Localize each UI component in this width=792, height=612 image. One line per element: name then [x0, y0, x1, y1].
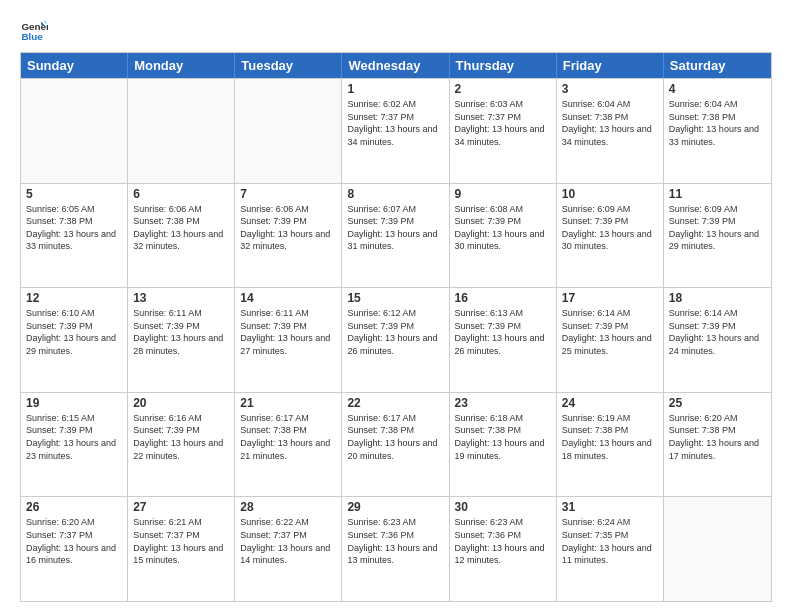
day-info: Sunrise: 6:23 AM Sunset: 7:36 PM Dayligh…: [347, 516, 443, 566]
calendar-cell-day-2: 2Sunrise: 6:03 AM Sunset: 7:37 PM Daylig…: [450, 79, 557, 183]
day-number: 19: [26, 396, 122, 410]
calendar-row-3: 12Sunrise: 6:10 AM Sunset: 7:39 PM Dayli…: [21, 287, 771, 392]
day-number: 30: [455, 500, 551, 514]
day-info: Sunrise: 6:03 AM Sunset: 7:37 PM Dayligh…: [455, 98, 551, 148]
day-number: 12: [26, 291, 122, 305]
calendar-cell-empty: [664, 497, 771, 601]
day-number: 4: [669, 82, 766, 96]
calendar-cell-day-21: 21Sunrise: 6:17 AM Sunset: 7:38 PM Dayli…: [235, 393, 342, 497]
calendar-row-5: 26Sunrise: 6:20 AM Sunset: 7:37 PM Dayli…: [21, 496, 771, 601]
day-number: 18: [669, 291, 766, 305]
calendar-cell-day-26: 26Sunrise: 6:20 AM Sunset: 7:37 PM Dayli…: [21, 497, 128, 601]
calendar-cell-day-7: 7Sunrise: 6:06 AM Sunset: 7:39 PM Daylig…: [235, 184, 342, 288]
day-info: Sunrise: 6:20 AM Sunset: 7:38 PM Dayligh…: [669, 412, 766, 462]
day-number: 3: [562, 82, 658, 96]
day-info: Sunrise: 6:11 AM Sunset: 7:39 PM Dayligh…: [240, 307, 336, 357]
day-number: 24: [562, 396, 658, 410]
day-number: 17: [562, 291, 658, 305]
svg-text:Blue: Blue: [21, 31, 43, 42]
header-day-sunday: Sunday: [21, 53, 128, 78]
calendar-cell-day-20: 20Sunrise: 6:16 AM Sunset: 7:39 PM Dayli…: [128, 393, 235, 497]
day-number: 25: [669, 396, 766, 410]
day-info: Sunrise: 6:17 AM Sunset: 7:38 PM Dayligh…: [347, 412, 443, 462]
day-number: 1: [347, 82, 443, 96]
day-info: Sunrise: 6:14 AM Sunset: 7:39 PM Dayligh…: [562, 307, 658, 357]
day-number: 26: [26, 500, 122, 514]
day-info: Sunrise: 6:08 AM Sunset: 7:39 PM Dayligh…: [455, 203, 551, 253]
day-info: Sunrise: 6:19 AM Sunset: 7:38 PM Dayligh…: [562, 412, 658, 462]
calendar-cell-day-8: 8Sunrise: 6:07 AM Sunset: 7:39 PM Daylig…: [342, 184, 449, 288]
calendar-body: 1Sunrise: 6:02 AM Sunset: 7:37 PM Daylig…: [21, 78, 771, 601]
calendar-cell-day-9: 9Sunrise: 6:08 AM Sunset: 7:39 PM Daylig…: [450, 184, 557, 288]
calendar-cell-day-27: 27Sunrise: 6:21 AM Sunset: 7:37 PM Dayli…: [128, 497, 235, 601]
calendar-cell-day-23: 23Sunrise: 6:18 AM Sunset: 7:38 PM Dayli…: [450, 393, 557, 497]
calendar-cell-day-22: 22Sunrise: 6:17 AM Sunset: 7:38 PM Dayli…: [342, 393, 449, 497]
day-number: 16: [455, 291, 551, 305]
day-info: Sunrise: 6:18 AM Sunset: 7:38 PM Dayligh…: [455, 412, 551, 462]
day-info: Sunrise: 6:02 AM Sunset: 7:37 PM Dayligh…: [347, 98, 443, 148]
calendar-cell-empty: [128, 79, 235, 183]
calendar: SundayMondayTuesdayWednesdayThursdayFrid…: [20, 52, 772, 602]
calendar-row-4: 19Sunrise: 6:15 AM Sunset: 7:39 PM Dayli…: [21, 392, 771, 497]
day-info: Sunrise: 6:11 AM Sunset: 7:39 PM Dayligh…: [133, 307, 229, 357]
day-info: Sunrise: 6:06 AM Sunset: 7:38 PM Dayligh…: [133, 203, 229, 253]
calendar-cell-day-4: 4Sunrise: 6:04 AM Sunset: 7:38 PM Daylig…: [664, 79, 771, 183]
calendar-cell-day-10: 10Sunrise: 6:09 AM Sunset: 7:39 PM Dayli…: [557, 184, 664, 288]
header-day-friday: Friday: [557, 53, 664, 78]
day-number: 15: [347, 291, 443, 305]
day-info: Sunrise: 6:21 AM Sunset: 7:37 PM Dayligh…: [133, 516, 229, 566]
day-number: 14: [240, 291, 336, 305]
day-number: 6: [133, 187, 229, 201]
day-number: 11: [669, 187, 766, 201]
day-info: Sunrise: 6:04 AM Sunset: 7:38 PM Dayligh…: [562, 98, 658, 148]
day-number: 2: [455, 82, 551, 96]
day-info: Sunrise: 6:13 AM Sunset: 7:39 PM Dayligh…: [455, 307, 551, 357]
header-day-tuesday: Tuesday: [235, 53, 342, 78]
day-info: Sunrise: 6:06 AM Sunset: 7:39 PM Dayligh…: [240, 203, 336, 253]
day-number: 13: [133, 291, 229, 305]
header: General Blue: [20, 16, 772, 44]
day-info: Sunrise: 6:17 AM Sunset: 7:38 PM Dayligh…: [240, 412, 336, 462]
day-info: Sunrise: 6:12 AM Sunset: 7:39 PM Dayligh…: [347, 307, 443, 357]
day-number: 22: [347, 396, 443, 410]
day-info: Sunrise: 6:04 AM Sunset: 7:38 PM Dayligh…: [669, 98, 766, 148]
calendar-cell-day-1: 1Sunrise: 6:02 AM Sunset: 7:37 PM Daylig…: [342, 79, 449, 183]
page: General Blue SundayMondayTuesdayWednesda…: [0, 0, 792, 612]
calendar-cell-day-13: 13Sunrise: 6:11 AM Sunset: 7:39 PM Dayli…: [128, 288, 235, 392]
logo: General Blue: [20, 16, 52, 44]
day-info: Sunrise: 6:16 AM Sunset: 7:39 PM Dayligh…: [133, 412, 229, 462]
calendar-cell-day-17: 17Sunrise: 6:14 AM Sunset: 7:39 PM Dayli…: [557, 288, 664, 392]
header-day-monday: Monday: [128, 53, 235, 78]
day-info: Sunrise: 6:23 AM Sunset: 7:36 PM Dayligh…: [455, 516, 551, 566]
day-number: 31: [562, 500, 658, 514]
day-info: Sunrise: 6:24 AM Sunset: 7:35 PM Dayligh…: [562, 516, 658, 566]
day-number: 7: [240, 187, 336, 201]
day-number: 8: [347, 187, 443, 201]
day-number: 29: [347, 500, 443, 514]
calendar-cell-day-31: 31Sunrise: 6:24 AM Sunset: 7:35 PM Dayli…: [557, 497, 664, 601]
day-info: Sunrise: 6:22 AM Sunset: 7:37 PM Dayligh…: [240, 516, 336, 566]
calendar-cell-day-12: 12Sunrise: 6:10 AM Sunset: 7:39 PM Dayli…: [21, 288, 128, 392]
calendar-cell-day-11: 11Sunrise: 6:09 AM Sunset: 7:39 PM Dayli…: [664, 184, 771, 288]
calendar-cell-day-15: 15Sunrise: 6:12 AM Sunset: 7:39 PM Dayli…: [342, 288, 449, 392]
calendar-cell-day-28: 28Sunrise: 6:22 AM Sunset: 7:37 PM Dayli…: [235, 497, 342, 601]
calendar-cell-empty: [21, 79, 128, 183]
calendar-header: SundayMondayTuesdayWednesdayThursdayFrid…: [21, 53, 771, 78]
day-number: 21: [240, 396, 336, 410]
calendar-cell-day-14: 14Sunrise: 6:11 AM Sunset: 7:39 PM Dayli…: [235, 288, 342, 392]
day-number: 20: [133, 396, 229, 410]
generalblue-logo-icon: General Blue: [20, 16, 48, 44]
calendar-cell-day-24: 24Sunrise: 6:19 AM Sunset: 7:38 PM Dayli…: [557, 393, 664, 497]
calendar-cell-day-19: 19Sunrise: 6:15 AM Sunset: 7:39 PM Dayli…: [21, 393, 128, 497]
day-number: 10: [562, 187, 658, 201]
calendar-row-2: 5Sunrise: 6:05 AM Sunset: 7:38 PM Daylig…: [21, 183, 771, 288]
calendar-cell-day-16: 16Sunrise: 6:13 AM Sunset: 7:39 PM Dayli…: [450, 288, 557, 392]
day-info: Sunrise: 6:10 AM Sunset: 7:39 PM Dayligh…: [26, 307, 122, 357]
day-info: Sunrise: 6:15 AM Sunset: 7:39 PM Dayligh…: [26, 412, 122, 462]
header-day-thursday: Thursday: [450, 53, 557, 78]
header-day-saturday: Saturday: [664, 53, 771, 78]
day-info: Sunrise: 6:20 AM Sunset: 7:37 PM Dayligh…: [26, 516, 122, 566]
day-number: 5: [26, 187, 122, 201]
day-number: 28: [240, 500, 336, 514]
calendar-cell-day-25: 25Sunrise: 6:20 AM Sunset: 7:38 PM Dayli…: [664, 393, 771, 497]
